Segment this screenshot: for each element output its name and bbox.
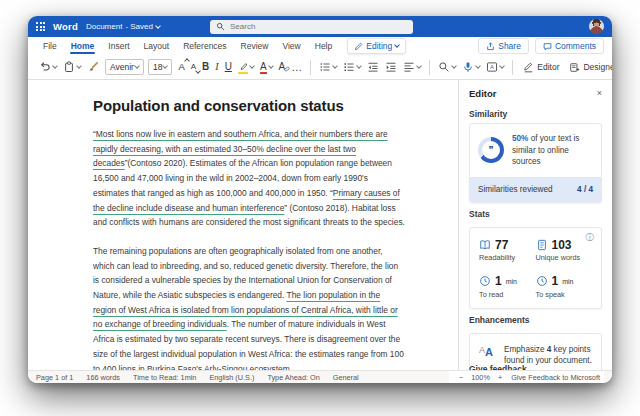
chevron-down-icon (332, 63, 338, 69)
to-read-label: To read (479, 290, 536, 299)
search-icon (216, 22, 225, 31)
language-status[interactable]: English (U.S.) (209, 373, 254, 382)
decrease-indent-button[interactable] (365, 60, 381, 74)
designer-label: Designer (583, 62, 612, 72)
similarities-reviewed-row: Similarities reviewed 4 / 4 (470, 177, 601, 202)
font-size-value: 18 (153, 62, 162, 72)
give-feedback-link[interactable]: Give feedback (469, 364, 527, 370)
alignment-button[interactable] (401, 60, 423, 74)
increase-indent-icon (385, 61, 397, 73)
toolbar-divider (429, 60, 430, 75)
bullet-list-button[interactable] (317, 60, 339, 74)
more-formatting-button[interactable]: … (289, 61, 304, 74)
clipboard-icon (63, 61, 75, 73)
font-size-select[interactable]: 18 (148, 59, 172, 75)
find-button[interactable] (436, 60, 458, 74)
shrink-font-button[interactable]: A (189, 62, 198, 72)
search-box[interactable] (210, 20, 413, 34)
designer-icon (569, 62, 580, 73)
document-title-text: Document (86, 22, 122, 31)
readability-value: 77 (495, 239, 508, 251)
numbered-list-button[interactable] (341, 60, 363, 74)
clear-formatting-button[interactable]: A (277, 61, 288, 73)
zoom-in-button[interactable]: + (498, 373, 502, 382)
tab-references[interactable]: References (176, 37, 233, 55)
zoom-level[interactable]: 100% (471, 373, 490, 382)
tab-insert[interactable]: Insert (101, 37, 136, 55)
similarity-percent: 50% (512, 134, 528, 143)
similarities-reviewed-label: Similarities reviewed (478, 185, 553, 194)
italic-icon: I (215, 62, 218, 72)
stat-readability: 77 Readability (479, 239, 536, 263)
tab-view[interactable]: View (275, 37, 307, 55)
info-icon[interactable]: ⓘ (586, 233, 595, 242)
document-mode-status[interactable]: General (333, 373, 359, 382)
time-to-read-status[interactable]: Time to Read: 1min (133, 373, 196, 382)
format-painter-button[interactable] (85, 60, 101, 74)
document-canvas[interactable]: Population and conservation status “Most… (28, 80, 458, 370)
page-count-status[interactable]: Page 1 of 1 (36, 373, 73, 382)
chevron-down-icon (163, 63, 169, 69)
underline-icon: U (225, 62, 232, 72)
menu-right-group: Share Comments (478, 38, 604, 54)
user-avatar[interactable] (589, 19, 604, 34)
tab-home[interactable]: Home (64, 37, 102, 55)
pencil-icon (354, 42, 363, 51)
toolbar-divider (310, 60, 311, 75)
document-title[interactable]: Document - Saved (86, 22, 160, 31)
bold-button[interactable]: B (200, 61, 211, 73)
highlighter-icon (238, 62, 248, 72)
word-count-status[interactable]: 166 words (86, 373, 120, 382)
share-button[interactable]: Share (478, 38, 529, 54)
search-input[interactable] (230, 22, 390, 31)
book-icon (479, 239, 491, 251)
comment-icon (543, 42, 552, 51)
tab-layout[interactable]: Layout (137, 37, 177, 55)
app-name[interactable]: Word (53, 21, 78, 32)
highlight-button[interactable] (236, 61, 256, 73)
tab-file[interactable]: File (36, 37, 64, 55)
paragraph-2: The remaining populations are often geog… (93, 244, 405, 370)
undo-button[interactable] (37, 60, 59, 74)
tab-help[interactable]: Help (308, 37, 339, 55)
underline-button[interactable]: U (223, 61, 234, 73)
close-icon[interactable]: × (597, 89, 602, 98)
zoom-out-button[interactable]: − (459, 373, 463, 382)
bold-icon: B (202, 62, 209, 72)
app-launcher-icon[interactable] (36, 22, 45, 31)
toolbar-right-group: Editor Designer (508, 60, 612, 75)
microphone-icon (462, 61, 474, 73)
grow-font-button[interactable]: A (176, 61, 186, 73)
similarity-summary: ” 50% of your text is similar to online … (470, 124, 601, 177)
styles-pane-icon: A (486, 61, 498, 73)
title-bar: Word Document - Saved (28, 16, 612, 37)
chevron-down-icon (52, 63, 58, 69)
font-color-button[interactable]: A (258, 61, 275, 73)
to-read-value: 1 (495, 275, 502, 287)
editing-mode-button[interactable]: Editing (347, 38, 406, 54)
word-app-window: Word Document - Saved File Home Insert L… (28, 16, 612, 383)
dictate-button[interactable] (460, 60, 482, 74)
editor-button[interactable]: Editor (519, 60, 563, 75)
paste-button[interactable] (61, 60, 83, 74)
bullet-list-icon (319, 61, 331, 73)
italic-button[interactable]: I (213, 61, 220, 73)
save-status: - Saved (125, 22, 153, 31)
similarity-card[interactable]: ” 50% of your text is similar to online … (469, 123, 602, 203)
tab-review[interactable]: Review (234, 37, 276, 55)
increase-indent-button[interactable] (383, 60, 399, 74)
font-name-select[interactable]: Avenir (105, 59, 144, 75)
clear-formatting-icon: A (279, 62, 286, 72)
designer-button[interactable]: Designer (565, 60, 612, 75)
main-content: Population and conservation status “Most… (28, 80, 612, 370)
formatting-toolbar: Avenir 18 A A B I U (28, 55, 612, 80)
chevron-down-icon (451, 63, 457, 69)
search-icon (438, 61, 450, 73)
styles-button[interactable]: A (484, 60, 506, 74)
feedback-to-microsoft-link[interactable]: Give Feedback to Microsoft (511, 373, 600, 382)
emphasize-icon: AA (478, 344, 496, 359)
to-speak-label: To speak (536, 290, 593, 299)
chevron-down-icon (356, 63, 362, 69)
comments-button[interactable]: Comments (535, 38, 604, 54)
type-ahead-status[interactable]: Type Ahead: On (267, 373, 319, 382)
